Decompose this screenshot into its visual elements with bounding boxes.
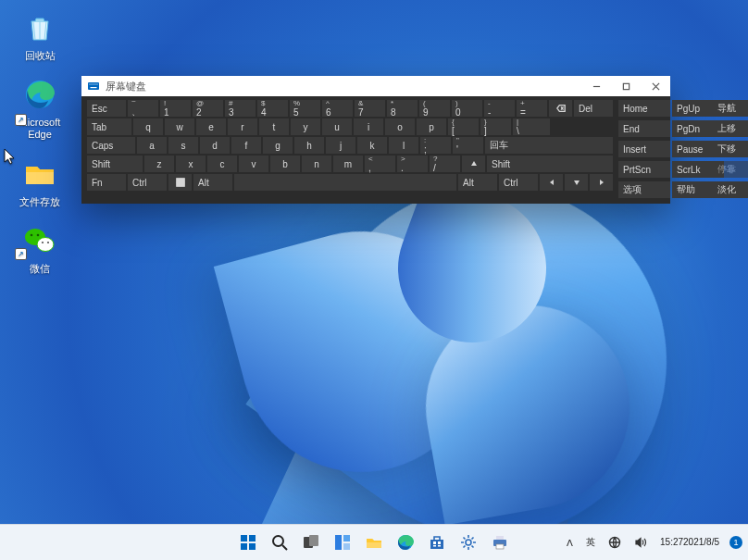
- edge-taskbar-button[interactable]: [392, 529, 419, 556]
- key-minus[interactable]: --: [484, 100, 515, 117]
- key-space[interactable]: [234, 174, 456, 191]
- key-rctrl[interactable]: Ctrl: [499, 174, 538, 191]
- key-side-nav[interactable]: 导航: [713, 100, 748, 117]
- key-u[interactable]: u: [322, 118, 352, 135]
- key-enter[interactable]: 回车: [485, 137, 613, 154]
- key-slash[interactable]: ?/: [430, 156, 460, 172]
- key-side-dock[interactable]: 停靠: [713, 161, 748, 178]
- key-z[interactable]: z: [144, 156, 174, 172]
- key-h[interactable]: h: [294, 137, 324, 154]
- key-p[interactable]: p: [417, 118, 446, 135]
- key-m[interactable]: m: [333, 156, 363, 172]
- key-fn[interactable]: Fn: [87, 174, 126, 191]
- desktop-icon-edge[interactable]: ↗ Microsoft Edge: [7, 76, 72, 141]
- printer-button[interactable]: [486, 529, 514, 556]
- key-4[interactable]: $4: [257, 100, 288, 117]
- key-arrow-down[interactable]: [565, 174, 588, 191]
- key-e[interactable]: e: [196, 118, 226, 135]
- close-button[interactable]: [641, 76, 670, 96]
- key-arrow-right[interactable]: [590, 174, 613, 191]
- key-prtscn[interactable]: PrtScn: [618, 161, 670, 178]
- key-g[interactable]: g: [263, 137, 293, 154]
- key-b[interactable]: b: [270, 156, 300, 172]
- network-icon[interactable]: [605, 534, 624, 551]
- key-end[interactable]: End: [618, 120, 670, 137]
- key-del[interactable]: Del: [574, 100, 613, 117]
- ime-indicator[interactable]: 英: [583, 534, 598, 551]
- key-caps[interactable]: Caps: [87, 137, 135, 154]
- clock[interactable]: 15:27 2021/8/5: [657, 535, 722, 550]
- key-x[interactable]: x: [176, 156, 206, 172]
- start-button[interactable]: [234, 529, 262, 556]
- key-k[interactable]: k: [357, 137, 387, 154]
- key-0[interactable]: )0: [452, 100, 482, 117]
- key-i[interactable]: i: [354, 118, 383, 135]
- key-period[interactable]: >.: [397, 156, 428, 172]
- desktop-icon-folder[interactable]: 文件存放: [7, 156, 72, 208]
- key-1[interactable]: !1: [160, 100, 191, 117]
- key-l[interactable]: l: [389, 137, 418, 154]
- title-bar[interactable]: 屏幕键盘: [81, 76, 670, 96]
- key-arrow-left[interactable]: [540, 174, 563, 191]
- volume-icon[interactable]: [631, 534, 650, 551]
- key-7[interactable]: &7: [355, 100, 385, 117]
- key-rshift[interactable]: Shift: [487, 156, 613, 172]
- key-n[interactable]: n: [302, 156, 331, 172]
- key-lbracket[interactable]: {[: [448, 118, 479, 135]
- widgets-button[interactable]: [329, 529, 356, 556]
- key-9[interactable]: (9: [419, 100, 450, 117]
- key-2[interactable]: @2: [193, 100, 223, 117]
- key-lalt[interactable]: Alt: [193, 174, 232, 191]
- key-3[interactable]: #3: [225, 100, 256, 117]
- key-y[interactable]: y: [291, 118, 320, 135]
- key-options[interactable]: 选项: [618, 181, 670, 198]
- tray-chevron[interactable]: ᐱ: [564, 536, 576, 550]
- key-lshift[interactable]: Shift: [87, 156, 143, 172]
- key-d[interactable]: d: [200, 137, 230, 154]
- key-a[interactable]: a: [137, 137, 167, 154]
- key-comma[interactable]: <,: [365, 156, 395, 172]
- desktop[interactable]: 回收站 ↗ Microsoft Edge 文件存放 ↗ 微信 屏幕键盘: [0, 0, 748, 560]
- key-ralt[interactable]: Alt: [458, 174, 497, 191]
- minimize-button[interactable]: [581, 76, 611, 96]
- key-backtick[interactable]: ~、: [128, 100, 158, 117]
- key-backspace[interactable]: [549, 100, 572, 117]
- key-o[interactable]: o: [385, 118, 415, 135]
- key-side-up[interactable]: 上移: [713, 120, 748, 137]
- desktop-icon-wechat[interactable]: ↗ 微信: [7, 222, 72, 275]
- key-rbracket[interactable]: }]: [480, 118, 511, 135]
- key-c[interactable]: c: [207, 156, 237, 172]
- key-side-fade[interactable]: 淡化: [713, 181, 748, 198]
- key-w[interactable]: w: [165, 118, 194, 135]
- key-quote[interactable]: "': [453, 137, 483, 154]
- explorer-button[interactable]: [360, 529, 388, 556]
- key-semicolon[interactable]: :;: [420, 137, 451, 154]
- key-s[interactable]: s: [168, 137, 198, 154]
- key-j[interactable]: j: [326, 137, 355, 154]
- key-equals[interactable]: +=: [517, 100, 547, 117]
- key-backslash[interactable]: |\: [513, 118, 550, 135]
- key-lctrl[interactable]: Ctrl: [128, 174, 167, 191]
- key-8[interactable]: *8: [387, 100, 418, 117]
- key-t[interactable]: t: [259, 118, 289, 135]
- key-win[interactable]: [168, 174, 192, 191]
- key-arrow-up[interactable]: [462, 156, 485, 172]
- maximize-button[interactable]: [611, 76, 641, 96]
- key-esc[interactable]: Esc: [87, 100, 126, 117]
- task-view-button[interactable]: [297, 529, 325, 556]
- key-f[interactable]: f: [231, 137, 261, 154]
- key-tab[interactable]: Tab: [87, 118, 131, 135]
- key-side-down[interactable]: 下移: [713, 141, 748, 157]
- key-q[interactable]: q: [133, 118, 163, 135]
- desktop-icon-recycle-bin[interactable]: 回收站: [7, 9, 72, 62]
- key-v[interactable]: v: [239, 156, 268, 172]
- settings-button[interactable]: [455, 529, 482, 556]
- notification-badge[interactable]: 1: [729, 536, 742, 549]
- key-5[interactable]: %5: [290, 100, 320, 117]
- key-home[interactable]: Home: [618, 100, 670, 117]
- key-insert[interactable]: Insert: [618, 141, 670, 157]
- key-r[interactable]: r: [228, 118, 257, 135]
- key-6[interactable]: ^6: [322, 100, 353, 117]
- search-button[interactable]: [266, 529, 293, 556]
- store-button[interactable]: [423, 529, 451, 556]
